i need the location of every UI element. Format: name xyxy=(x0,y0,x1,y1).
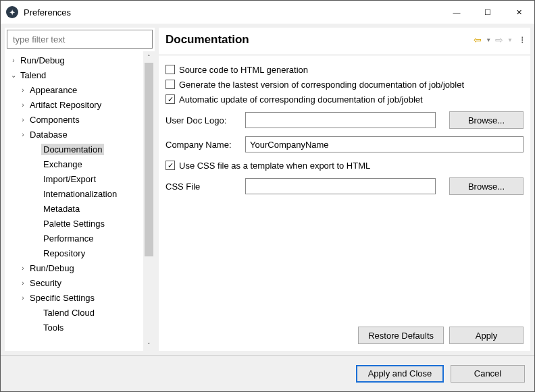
checkbox-icon[interactable] xyxy=(165,80,175,89)
tree-item-label: Run/Debug xyxy=(18,55,67,66)
checkbox-generate-latest[interactable]: Generate the lastest version of correspo… xyxy=(165,77,524,92)
tree-item[interactable]: ›Import/Export xyxy=(5,171,155,186)
apply-button[interactable]: Apply xyxy=(449,327,524,344)
checkbox-label: Automatic update of corresponding docume… xyxy=(179,94,423,105)
chevron-right-icon[interactable]: › xyxy=(18,264,28,272)
chevron-down-icon[interactable]: ⌄ xyxy=(9,72,18,79)
cancel-button[interactable]: Cancel xyxy=(451,365,525,383)
maximize-button[interactable]: ☐ xyxy=(472,1,503,24)
checkbox-auto-update[interactable]: ✓ Automatic update of corresponding docu… xyxy=(165,92,524,107)
chevron-right-icon[interactable]: › xyxy=(18,294,28,302)
restore-defaults-button[interactable]: Restore Defaults xyxy=(358,327,444,344)
tree-item-label: Repository xyxy=(41,248,87,259)
window-title: Preferences xyxy=(24,7,441,18)
row-user-doc-logo: User Doc Logo: Browse... xyxy=(165,109,524,131)
chevron-right-icon[interactable]: › xyxy=(18,101,28,109)
main-header: Documentation ⇦ ▼ ⇨ ▼ ⁞ xyxy=(159,28,530,55)
page-actions: Restore Defaults Apply xyxy=(159,321,530,351)
tree-item[interactable]: ›Talend Cloud xyxy=(5,305,155,320)
content: ›Run/Debug⌄Talend›Appearance›Artifact Re… xyxy=(1,24,534,355)
user-doc-logo-input[interactable] xyxy=(245,112,436,128)
chevron-right-icon[interactable]: › xyxy=(18,86,28,94)
main-body: Source code to HTML generation Generate … xyxy=(159,55,530,321)
tree-item[interactable]: ›Specific Settings xyxy=(5,290,155,305)
tree-item[interactable]: ›Run/Debug xyxy=(5,260,155,275)
tree-item-label: Talend Cloud xyxy=(41,307,97,318)
back-icon[interactable]: ⇦ xyxy=(474,34,482,45)
field-label: Company Name: xyxy=(165,140,241,150)
tree-item[interactable]: ›Components xyxy=(5,112,155,127)
tree-item[interactable]: ›Repository xyxy=(5,246,155,260)
tree-scrollbar[interactable]: ˄ ˅ xyxy=(143,51,155,351)
tree-item-label: Run/Debug xyxy=(28,262,76,274)
scroll-down-button[interactable]: ˅ xyxy=(143,339,155,351)
sidebar: ›Run/Debug⌄Talend›Appearance›Artifact Re… xyxy=(5,28,155,351)
chevron-right-icon[interactable]: › xyxy=(9,57,18,64)
minimize-button[interactable]: — xyxy=(441,1,472,24)
tree-item[interactable]: ›Artifact Repository xyxy=(5,97,155,112)
checkbox-icon[interactable]: ✓ xyxy=(165,161,175,170)
tree-item-label: Tools xyxy=(41,322,66,333)
css-file-input[interactable] xyxy=(245,178,436,194)
tree-item-label: Talend xyxy=(18,69,48,81)
checkbox-icon[interactable]: ✓ xyxy=(165,94,175,104)
row-company-name: Company Name: xyxy=(165,134,524,155)
field-label: CSS File xyxy=(165,181,241,192)
tree-item[interactable]: ›Metadata xyxy=(5,201,155,216)
checkbox-label: Use CSS file as a template when export t… xyxy=(179,161,370,171)
tree-item-label: Documentation xyxy=(41,144,104,155)
tree-item[interactable]: ›Internationalization xyxy=(5,186,155,201)
browse-css-button[interactable]: Browse... xyxy=(449,177,524,195)
dialog-footer: Apply and Close Cancel xyxy=(1,355,534,391)
app-icon: ✦ xyxy=(6,6,18,18)
tree-item-label: Internationalization xyxy=(41,188,119,200)
titlebar: ✦ Preferences — ☐ ✕ xyxy=(1,1,534,24)
checkbox-icon[interactable] xyxy=(165,65,175,74)
browse-logo-button[interactable]: Browse... xyxy=(449,111,524,129)
tree-item-label: Specific Settings xyxy=(28,292,97,304)
close-button[interactable]: ✕ xyxy=(503,1,534,24)
main-panel: Documentation ⇦ ▼ ⇨ ▼ ⁞ Source code to H… xyxy=(159,28,530,351)
chevron-right-icon[interactable]: › xyxy=(18,116,28,123)
apply-and-close-button[interactable]: Apply and Close xyxy=(356,365,444,383)
tree-item-label: Exchange xyxy=(41,159,84,170)
tree-item[interactable]: ›Tools xyxy=(5,320,155,335)
tree-item-label: Security xyxy=(28,277,63,289)
tree-item-label: Artifact Repository xyxy=(28,99,103,111)
tree-item[interactable]: ›Appearance xyxy=(5,82,155,97)
filter-input[interactable] xyxy=(7,30,153,49)
tree-item[interactable]: ›Database xyxy=(5,127,155,142)
tree-item[interactable]: ›Performance xyxy=(5,231,155,246)
scroll-up-button[interactable]: ˄ xyxy=(143,51,155,63)
company-name-input[interactable] xyxy=(245,136,524,152)
tree-item-label: Database xyxy=(28,129,70,140)
back-dropdown-icon[interactable]: ▼ xyxy=(486,37,491,43)
tree-wrap: ›Run/Debug⌄Talend›Appearance›Artifact Re… xyxy=(5,51,155,351)
preference-tree[interactable]: ›Run/Debug⌄Talend›Appearance›Artifact Re… xyxy=(5,51,155,351)
checkbox-use-css[interactable]: ✓ Use CSS file as a template when export… xyxy=(165,158,524,173)
tree-item-label: Import/Export xyxy=(41,173,98,185)
checkbox-source-html[interactable]: Source code to HTML generation xyxy=(165,62,524,77)
chevron-right-icon[interactable]: › xyxy=(18,131,28,138)
tree-item-label: Performance xyxy=(41,233,95,244)
tree-item[interactable]: ⌄Talend xyxy=(5,67,155,82)
tree-item[interactable]: ›Documentation xyxy=(5,142,155,157)
field-label: User Doc Logo: xyxy=(165,115,241,125)
row-css-file: CSS File Browse... xyxy=(165,175,524,197)
tree-item-label: Components xyxy=(28,114,82,125)
tree-item[interactable]: ›Palette Settings xyxy=(5,216,155,231)
scroll-track[interactable] xyxy=(143,63,155,339)
tree-item-label: Appearance xyxy=(28,84,79,96)
tree-item[interactable]: ›Run/Debug xyxy=(5,53,155,67)
scroll-thumb[interactable] xyxy=(145,63,153,256)
checkbox-label: Source code to HTML generation xyxy=(179,65,308,75)
forward-icon[interactable]: ⇨ xyxy=(495,34,503,45)
tree-item[interactable]: ›Exchange xyxy=(5,157,155,171)
forward-dropdown-icon[interactable]: ▼ xyxy=(507,37,513,43)
tree-item-label: Palette Settings xyxy=(41,218,107,229)
menu-icon[interactable]: ⁞ xyxy=(521,34,524,45)
chevron-right-icon[interactable]: › xyxy=(18,279,28,287)
header-toolbar: ⇦ ▼ ⇨ ▼ ⁞ xyxy=(474,34,524,45)
tree-item[interactable]: ›Security xyxy=(5,275,155,290)
window-buttons: — ☐ ✕ xyxy=(441,1,534,24)
